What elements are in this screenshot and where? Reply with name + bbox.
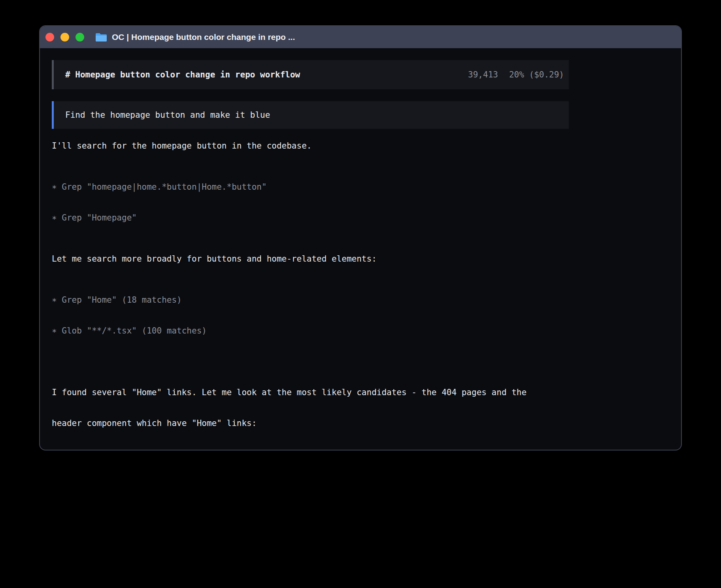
context-cost: 20% ($0.29): [509, 70, 564, 79]
user-message-block: Find the homepage button and make it blu…: [52, 101, 569, 129]
terminal-window: OC | Homepage button color change in rep…: [39, 25, 682, 450]
token-count: 39,413: [468, 70, 498, 79]
assistant-text-line: header component which have "Home" links…: [52, 418, 581, 428]
tool-call-group: ∗ Grep "Home" (18 matches) ∗ Glob "**/*.…: [52, 274, 581, 356]
assistant-text: Let me search more broadly for buttons a…: [52, 254, 581, 264]
window-titlebar[interactable]: OC | Homepage button color change in rep…: [40, 26, 681, 48]
traffic-lights: [45, 33, 84, 41]
session-stats: 39,41320% ($0.29): [468, 70, 564, 80]
window-title: OC | Homepage button color change in rep…: [112, 32, 295, 42]
tool-call-line: ∗ Grep "Homepage": [52, 213, 581, 223]
minimize-button[interactable]: [60, 33, 69, 41]
terminal-content: # Homepage button color change in repo w…: [40, 48, 581, 450]
folder-icon: [95, 32, 107, 42]
session-header: # Homepage button color change in repo w…: [52, 60, 569, 89]
assistant-text-line: I found several "Home" links. Let me loo…: [52, 387, 581, 398]
tool-call-line: ∗ Glob "**/*.tsx" (100 matches): [52, 326, 581, 336]
assistant-text: I found several "Home" links. Let me loo…: [52, 367, 581, 449]
tool-call-line: ∗ Grep "Home" (18 matches): [52, 295, 581, 305]
user-message-text: Find the homepage button and make it blu…: [65, 110, 270, 120]
assistant-text: I'll search for the homepage button in t…: [52, 141, 581, 151]
tool-call-line: ∗ Grep "homepage|home.*button|Home.*butt…: [52, 182, 581, 192]
session-title: # Homepage button color change in repo w…: [65, 70, 468, 80]
tool-call-group: ∗ Grep "homepage|home.*button|Home.*butt…: [52, 161, 581, 243]
zoom-button[interactable]: [75, 33, 84, 41]
close-button[interactable]: [45, 33, 54, 41]
